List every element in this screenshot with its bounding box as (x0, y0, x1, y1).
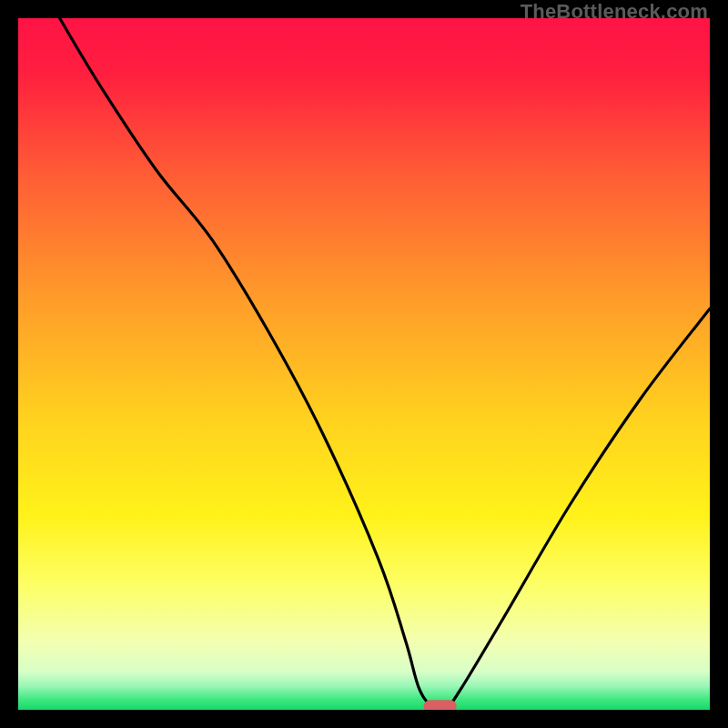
bottleneck-chart (18, 18, 710, 710)
watermark-text: TheBottleneck.com (521, 0, 708, 24)
optimal-marker (424, 700, 457, 710)
